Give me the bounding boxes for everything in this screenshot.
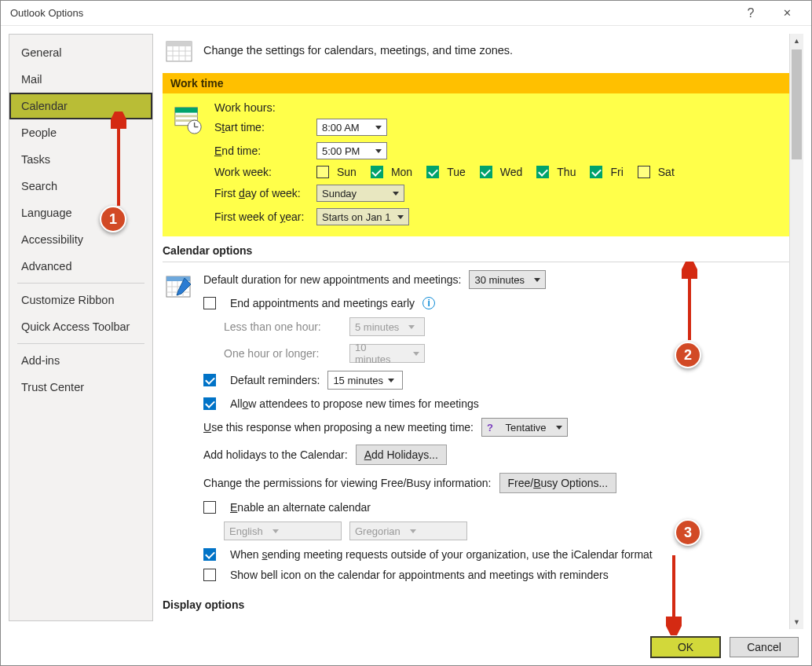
day-tue[interactable]: Tue [426, 166, 466, 178]
start-time-label: Start time: [214, 121, 316, 134]
bell-icon-label: Show bell icon on the calendar for appoi… [230, 569, 609, 581]
work-week-label: Work week: [214, 166, 316, 178]
vertical-scrollbar[interactable]: ▲ ▼ [789, 34, 803, 629]
chevron-down-icon [534, 278, 540, 282]
sidebar-item-quick-access-toolbar[interactable]: Quick Access Toolbar [9, 313, 152, 340]
first-day-dropdown[interactable]: Sunday [316, 185, 404, 202]
annotation-arrow-2 [682, 262, 697, 346]
sidebar-item-people[interactable]: People [9, 119, 152, 146]
calendar-edit-icon [166, 273, 192, 300]
end-time-dropdown[interactable]: 5:00 PM [316, 142, 387, 159]
chevron-down-icon [397, 215, 404, 219]
alt-language-dropdown: English [224, 521, 342, 540]
chevron-down-icon [408, 325, 415, 329]
section-calendar-options-header: Calendar options [163, 236, 789, 260]
bell-icon-checkbox[interactable] [203, 569, 216, 581]
default-reminders-dropdown[interactable]: 15 minutes [327, 371, 403, 390]
chevron-down-icon [388, 379, 394, 382]
freebusy-label: Change the permissions for viewing Free/… [203, 477, 492, 489]
annotation-badge-2: 2 [675, 342, 701, 368]
sidebar-item-add-ins[interactable]: Add-ins [9, 347, 152, 374]
sidebar-separator [17, 283, 144, 284]
info-icon[interactable]: i [422, 297, 435, 309]
day-mon[interactable]: Mon [371, 166, 412, 178]
work-hours-icon [174, 106, 203, 136]
annotation-arrow-1 [111, 112, 126, 212]
default-duration-dropdown[interactable]: 30 minutes [469, 270, 546, 289]
day-wed[interactable]: Wed [480, 166, 523, 178]
svg-rect-9 [175, 115, 198, 117]
chevron-down-icon [375, 126, 382, 130]
allow-propose-label: Allow attendees to propose new times for… [230, 397, 479, 410]
svg-rect-8 [175, 108, 198, 113]
work-week-days: Sun Mon Tue Wed Thu Fri Sat [316, 166, 675, 178]
day-sat[interactable]: Sat [638, 166, 675, 178]
cancel-button[interactable]: Cancel [730, 637, 799, 657]
add-holidays-label: Add holidays to the Calendar: [203, 448, 348, 461]
scroll-thumb[interactable] [792, 49, 802, 159]
allow-propose-checkbox[interactable] [203, 397, 216, 410]
scroll-up-button[interactable]: ▲ [790, 34, 803, 48]
lt-hour-label: Less than one hour: [224, 320, 342, 333]
annotation-arrow-3 [666, 551, 682, 635]
dialog-footer: OK Cancel [1, 629, 811, 665]
annotation-badge-3: 3 [675, 519, 701, 546]
section-work-time-header: Work time [163, 73, 789, 93]
calendar-icon [166, 38, 192, 62]
scroll-down-button[interactable]: ▼ [790, 615, 803, 629]
chevron-down-icon [556, 426, 562, 430]
section-display-options-header: Display options [163, 591, 789, 614]
annotation-badge-1: 1 [100, 206, 126, 232]
help-button[interactable]: ? [733, 1, 769, 26]
ge-hour-dropdown: 10 minutes [349, 344, 425, 363]
chevron-down-icon [413, 352, 419, 356]
day-thu[interactable]: Thu [536, 166, 576, 178]
sidebar-item-language[interactable]: Language [9, 199, 152, 226]
enable-alt-calendar-label: Enable an alternate calendar [230, 501, 371, 514]
category-sidebar: General Mail Calendar People Tasks Searc… [9, 34, 153, 621]
chevron-down-icon [393, 192, 399, 196]
alt-system-dropdown: Gregorian [349, 521, 467, 540]
first-week-label: First week of year: [214, 210, 316, 223]
sidebar-separator [17, 343, 144, 344]
sidebar-item-calendar[interactable]: Calendar [9, 93, 152, 119]
start-time-dropdown[interactable]: 8:00 AM [316, 119, 387, 136]
sidebar-item-general[interactable]: General [9, 39, 152, 66]
sidebar-item-advanced[interactable]: Advanced [9, 253, 152, 280]
enable-alt-calendar-checkbox[interactable] [203, 501, 216, 514]
close-button[interactable]: ✕ [769, 1, 805, 26]
end-early-checkbox[interactable] [203, 297, 216, 309]
icalendar-label: When sending meeting requests outside of… [230, 548, 653, 561]
icalendar-checkbox[interactable] [203, 548, 216, 561]
chevron-down-icon [410, 529, 416, 533]
sidebar-item-tasks[interactable]: Tasks [9, 146, 152, 173]
first-day-label: First day of week: [214, 187, 316, 199]
svg-rect-1 [166, 42, 192, 46]
add-holidays-button[interactable]: Add Holidays... [356, 445, 447, 465]
day-sun[interactable]: Sun [316, 166, 357, 178]
work-hours-label: Work hours: [214, 101, 675, 114]
chevron-down-icon [375, 149, 382, 153]
end-early-label: End appointments and meetings early [230, 297, 415, 309]
end-time-label: End time: [214, 145, 316, 157]
section-work-time: Work hours: Start time: 8:00 AM End time… [163, 93, 789, 236]
outlook-options-window: Outlook Options ? ✕ General Mail Calenda… [0, 0, 812, 666]
freebusy-options-button[interactable]: Free/Busy Options... [499, 473, 617, 493]
window-title: Outlook Options [7, 7, 733, 19]
lt-hour-dropdown: 5 minutes [349, 317, 425, 336]
use-response-dropdown[interactable]: ? Tentative [481, 418, 568, 437]
sidebar-item-accessibility[interactable]: Accessibility [9, 226, 152, 253]
ok-button[interactable]: OK [651, 637, 720, 657]
sidebar-item-search[interactable]: Search [9, 173, 152, 199]
default-reminders-checkbox[interactable] [203, 374, 216, 386]
first-week-dropdown[interactable]: Starts on Jan 1 [316, 208, 409, 225]
sidebar-item-customize-ribbon[interactable]: Customize Ribbon [9, 287, 152, 313]
page-description: Change the settings for calendars, meeti… [203, 44, 513, 57]
use-response-label: Use this response when proposing a new m… [203, 421, 474, 434]
default-reminders-label: Default reminders: [230, 374, 320, 386]
chevron-down-icon [272, 529, 279, 533]
sidebar-item-mail[interactable]: Mail [9, 66, 152, 93]
ge-hour-label: One hour or longer: [224, 347, 342, 360]
sidebar-item-trust-center[interactable]: Trust Center [9, 374, 152, 401]
day-fri[interactable]: Fri [590, 166, 623, 178]
